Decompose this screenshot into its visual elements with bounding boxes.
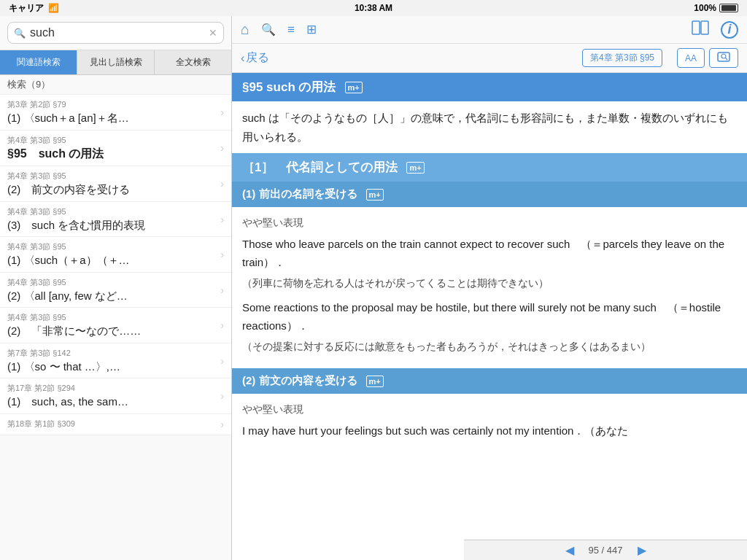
section1b-title: (2) 前文の内容を受ける [242,374,357,388]
status-time: 10:38 AM [355,3,392,13]
main-layout: 🔍 ✕ 関連語検索 見出し語検索 全文検索 検索（9） 第3章 第2節 §79 … [0,16,747,560]
chevron-icon: › [220,284,224,296]
main-title-text: §95 such の用法 [242,79,336,96]
section1b-header: (2) 前文の内容を受ける m+ [232,368,747,394]
section1b-content: やや堅い表現 I may have hurt your feelings but… [232,394,747,450]
battery-label: 100% [694,3,716,13]
right-toolbar: ⌂ 🔍 ≡ ⊞ i [232,16,747,44]
list-icon[interactable]: ≡ [287,23,295,37]
chapter-badge: 第4章 第3節 §95 [582,49,662,67]
page-indicator: 95 / 447 [589,545,623,556]
chevron-icon: › [220,419,224,430]
tab-buttons: 関連語検索 見出し語検索 全文検索 [0,50,231,75]
tab-headword-search[interactable]: 見出し語検索 [77,50,155,74]
section1-header: ［1］ 代名詞としての用法 m+ [232,153,747,182]
section1a-note: やや堅い表現 [242,214,737,232]
chevron-icon: › [220,142,224,154]
search-icon: 🔍 [14,28,26,39]
search-clear-icon[interactable]: ✕ [209,27,217,39]
result-count: 検索（9） [0,75,231,95]
list-item[interactable]: 第4章 第3節 §95 (2) 前文の内容を受ける › [0,166,231,202]
svg-rect-0 [692,21,700,34]
search-toolbar-icon[interactable]: 🔍 [261,23,276,36]
chevron-icon: › [220,390,224,402]
content-area: §95 such の用法 m+ such は「そのようなもの［人］」の意味で，代… [232,73,747,560]
search-results-list: 第3章 第2節 §79 (1) 〈such＋a [an]＋名… › 第4章 第3… [0,95,231,560]
back-button[interactable]: ‹ 戻る [241,50,269,66]
svg-line-4 [726,58,728,61]
carrier-label: キャリア [9,2,44,15]
section1a-title: (1) 前出の名詞を受ける [242,187,357,201]
intro-text: such は「そのようなもの［人］」の意味で，代名詞にも形容詞にも，また単数・複… [232,101,747,153]
search-input-wrapper: 🔍 ✕ [7,22,224,44]
tab-fulltext-search[interactable]: 全文検索 [155,50,231,74]
list-item[interactable]: 第4章 第3節 §95 §95 such の用法 › [0,131,231,167]
back-label: 戻る [246,50,269,66]
list-item[interactable]: 第3章 第2節 §79 (1) 〈such＋a [an]＋名… › [0,95,231,131]
section1a-header: (1) 前出の名詞を受ける m+ [232,182,747,207]
chevron-icon: › [220,178,224,190]
list-item[interactable]: 第17章 第2節 §294 (1) such, as, the sam… › [0,378,231,414]
section1b-note: やや堅い表現 [242,401,737,419]
pagination-bar: ◀ 95 / 447 ▶ [464,540,747,560]
chevron-left-icon: ‹ [241,52,244,65]
section1-title: ［1］ 代名詞としての用法 [242,159,398,176]
info-icon[interactable]: i [721,21,738,39]
home-icon[interactable]: ⌂ [241,21,249,38]
svg-point-3 [721,54,726,58]
svg-rect-1 [701,21,708,34]
section1a-content: やや堅い表現 Those who leave parcels on the tr… [232,207,747,368]
bookmark-add-section1-icon[interactable]: m+ [406,162,424,174]
battery-icon [719,4,738,12]
bookmark-add-icon[interactable]: m+ [345,82,363,93]
split-view-icon[interactable] [692,20,709,39]
left-panel: 🔍 ✕ 関連語検索 見出し語検索 全文検索 検索（9） 第3章 第2節 §79 … [0,16,232,560]
main-section-header: §95 such の用法 m+ [232,73,747,101]
chevron-icon: › [220,319,224,331]
next-page-button[interactable]: ▶ [638,543,646,557]
list-item[interactable]: 第4章 第3節 §95 (2) 〈all [any, few など… › [0,273,231,308]
search-input[interactable] [30,26,204,39]
section1a-ja1: （列車に荷物を忘れる人はそれが戻ってくることは期待できない） [242,275,737,292]
grid-icon[interactable]: ⊞ [306,22,317,37]
list-item[interactable]: 第7章 第3節 §142 (1) 〈so 〜 that …〉,… › [0,343,231,379]
prev-page-button[interactable]: ◀ [565,543,574,557]
right-panel: ⌂ 🔍 ≡ ⊞ i ‹ 戻る 第4章 第3節 §95 AA [232,16,747,560]
status-bar: キャリア 📶 10:38 AM 100% [0,0,747,16]
chevron-icon: › [220,249,224,260]
section1a-en2: Some reactions to the proposal may be ho… [242,298,737,335]
list-item[interactable]: 第4章 第3節 §95 (3) such を含む慣用的表現 › [0,202,231,238]
section1b-en1: I may have hurt your feelings but such w… [242,421,737,440]
chevron-icon: › [220,106,224,118]
list-item[interactable]: 第4章 第3節 §95 (1) 〈such（＋a）（＋… › [0,237,231,273]
nav-right-buttons: AA [677,48,738,68]
list-item[interactable]: 第4章 第3節 §95 (2) 「非常に〜なので…… › [0,308,231,343]
section1a-en1: Those who leave parcels on the train can… [242,235,737,272]
content-search-button[interactable] [709,48,738,68]
section1a-ja2: （その提案に対する反応には敵意をもった者もあろうが，それはきっと多くはあるまい） [242,338,737,356]
chevron-icon: › [220,214,224,225]
wifi-icon: 📶 [48,3,59,13]
bookmark-add-section1a-icon[interactable]: m+ [366,189,384,201]
intro-paragraph: such は「そのようなもの［人］」の意味で，代名詞にも形容詞にも，また単数・複… [242,109,737,146]
search-bar: 🔍 ✕ [0,16,231,50]
status-left: キャリア 📶 [9,2,59,15]
list-item[interactable]: 第18章 第1節 §309 › [0,414,231,435]
nav-bar: ‹ 戻る 第4章 第3節 §95 AA [232,44,747,73]
status-right: 100% [694,3,738,13]
chevron-icon: › [220,355,224,367]
tab-related-search[interactable]: 関連語検索 [0,50,77,74]
font-size-button[interactable]: AA [677,48,705,68]
bookmark-add-section1b-icon[interactable]: m+ [366,376,384,387]
